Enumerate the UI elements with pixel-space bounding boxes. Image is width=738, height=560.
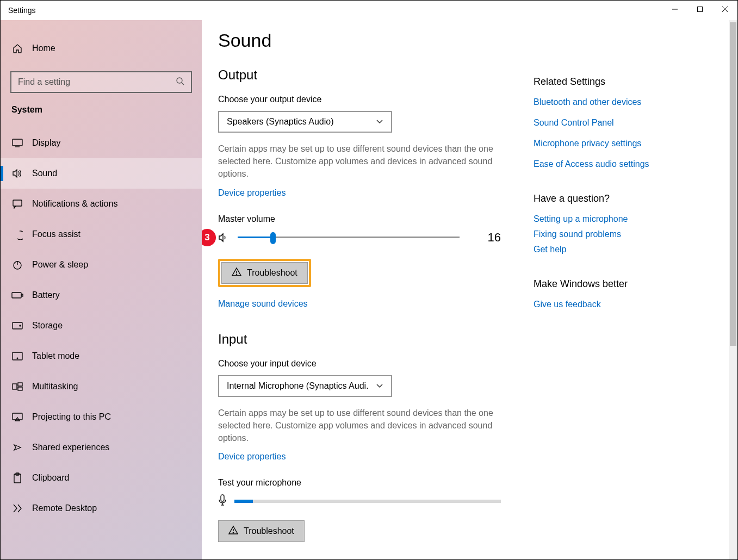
clipboard-icon <box>11 472 23 483</box>
sidebar-home[interactable]: Home <box>1 36 202 60</box>
input-choose-label: Choose your input device <box>218 359 501 369</box>
make-windows-better-section: Make Windows better Give us feedback <box>534 278 716 309</box>
remote-icon <box>11 503 23 513</box>
sidebar-item-remote-desktop[interactable]: Remote Desktop <box>1 493 202 524</box>
input-device-value: Internal Microphone (Synaptics Audi... <box>227 381 368 391</box>
nav-list: Display Sound Notifications & actions Fo… <box>1 128 202 524</box>
display-icon <box>11 139 23 147</box>
sidebar-item-label: Multitasking <box>32 382 78 391</box>
link-mic-privacy[interactable]: Microphone privacy settings <box>534 139 716 148</box>
link-ease-of-access-audio[interactable]: Ease of Access audio settings <box>534 159 716 169</box>
svg-line-5 <box>182 83 184 85</box>
sidebar-item-label: Shared experiences <box>32 443 109 452</box>
tablet-icon <box>11 352 23 360</box>
sidebar-item-label: Projecting to this PC <box>32 412 111 422</box>
sidebar-item-shared-experiences[interactable]: Shared experiences <box>1 432 202 463</box>
mic-level-bar <box>234 500 501 503</box>
multitask-icon <box>11 382 23 391</box>
sidebar-item-clipboard[interactable]: Clipboard <box>1 463 202 493</box>
close-button[interactable] <box>712 1 737 18</box>
page-title: Sound <box>218 30 716 51</box>
sidebar-item-tablet-mode[interactable]: Tablet mode <box>1 341 202 371</box>
input-heading: Input <box>218 332 501 347</box>
notifications-icon <box>11 199 23 209</box>
microphone-icon <box>218 494 227 508</box>
link-sound-control-panel[interactable]: Sound Control Panel <box>534 118 716 128</box>
link-setup-mic[interactable]: Setting up a microphone <box>534 214 716 224</box>
related-heading: Related Settings <box>534 76 716 88</box>
sidebar-item-projecting[interactable]: Projecting to this PC <box>1 402 202 432</box>
sidebar-item-label: Tablet mode <box>32 351 79 361</box>
scrollbar[interactable] <box>729 20 737 559</box>
sidebar-item-focus-assist[interactable]: Focus assist <box>1 219 202 250</box>
test-mic-label: Test your microphone <box>218 478 501 488</box>
warning-icon <box>232 267 241 279</box>
svg-rect-12 <box>22 294 23 296</box>
troubleshoot-label: Troubleshoot <box>244 526 294 536</box>
svg-point-29 <box>233 532 233 533</box>
input-device-properties-link[interactable]: Device properties <box>218 452 286 462</box>
svg-rect-20 <box>13 413 22 420</box>
svg-rect-18 <box>18 383 22 386</box>
sidebar-home-label: Home <box>32 43 55 53</box>
battery-icon <box>11 291 23 299</box>
sidebar-item-display[interactable]: Display <box>1 128 202 158</box>
svg-rect-1 <box>698 7 703 12</box>
shared-icon <box>11 443 23 452</box>
project-icon <box>11 413 23 421</box>
svg-point-16 <box>17 358 18 359</box>
troubleshoot-label: Troubleshoot <box>247 268 297 278</box>
sidebar-item-label: Battery <box>32 290 60 300</box>
sidebar-item-storage[interactable]: Storage <box>1 310 202 341</box>
chevron-down-icon <box>376 117 383 127</box>
window-title: Settings <box>1 6 36 15</box>
input-help-text: Certain apps may be set up to use differ… <box>218 407 501 445</box>
speaker-icon[interactable] <box>218 233 229 242</box>
search-input[interactable] <box>18 77 176 87</box>
output-device-value: Speakers (Synaptics Audio) <box>227 117 334 127</box>
sidebar-item-battery[interactable]: Battery <box>1 280 202 310</box>
sidebar-item-power-sleep[interactable]: Power & sleep <box>1 250 202 280</box>
input-device-select[interactable]: Internal Microphone (Synaptics Audi... <box>218 375 392 397</box>
sidebar-item-multitasking[interactable]: Multitasking <box>1 371 202 402</box>
home-icon <box>11 43 23 54</box>
sidebar-item-label: Focus assist <box>32 229 80 239</box>
sidebar-item-label: Power & sleep <box>32 260 88 270</box>
have-question-section: Have a question? Setting up a microphone… <box>534 193 716 254</box>
search-box[interactable] <box>10 71 192 93</box>
output-device-select[interactable]: Speakers (Synaptics Audio) <box>218 111 392 133</box>
improve-heading: Make Windows better <box>534 278 716 290</box>
output-choose-label: Choose your output device <box>218 95 501 104</box>
svg-rect-8 <box>13 200 22 206</box>
sidebar-item-label: Remote Desktop <box>32 503 97 513</box>
sidebar-item-label: Display <box>32 138 60 148</box>
minimize-button[interactable] <box>662 1 687 18</box>
sidebar-item-notifications[interactable]: Notifications & actions <box>1 189 202 219</box>
input-troubleshoot-button[interactable]: Troubleshoot <box>218 520 305 542</box>
annotation-highlight: Troubleshoot <box>218 259 311 287</box>
manage-sound-devices-link[interactable]: Manage sound devices <box>218 299 308 309</box>
sound-icon <box>11 169 23 178</box>
sidebar: Home System Display Sound Notifications … <box>1 20 202 559</box>
master-volume-label: Master volume <box>218 214 501 224</box>
sidebar-item-label: Notifications & actions <box>32 199 117 209</box>
link-feedback[interactable]: Give us feedback <box>534 300 716 309</box>
link-fix-sound[interactable]: Fixing sound problems <box>534 229 716 239</box>
svg-point-4 <box>177 78 182 83</box>
master-volume-slider[interactable] <box>238 232 460 244</box>
maximize-button[interactable] <box>687 1 712 18</box>
warning-icon <box>228 525 238 537</box>
title-bar: Settings <box>1 1 737 20</box>
svg-rect-25 <box>221 495 224 501</box>
output-device-properties-link[interactable]: Device properties <box>218 188 286 198</box>
output-troubleshoot-button[interactable]: Troubleshoot <box>221 262 308 284</box>
storage-icon <box>11 322 23 329</box>
sidebar-item-sound[interactable]: Sound <box>1 158 202 189</box>
svg-rect-11 <box>12 293 21 298</box>
link-bluetooth[interactable]: Bluetooth and other devices <box>534 97 716 107</box>
master-volume-value: 16 <box>468 231 501 245</box>
window-controls <box>662 1 737 18</box>
sidebar-item-label: Clipboard <box>32 473 69 483</box>
power-icon <box>11 260 23 270</box>
link-get-help[interactable]: Get help <box>534 245 716 254</box>
